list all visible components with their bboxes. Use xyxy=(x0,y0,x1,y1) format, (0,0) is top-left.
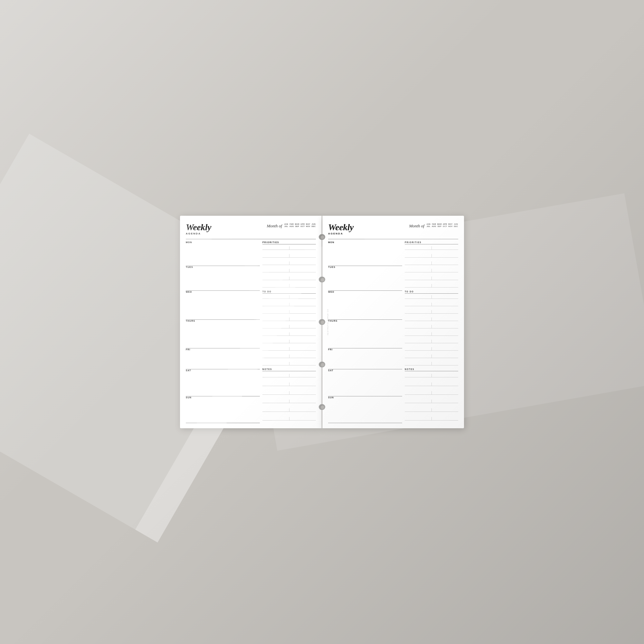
right-month-of: Month of xyxy=(409,223,424,229)
right-title-agenda: AGENDA xyxy=(328,232,354,235)
r-day-thurs: THURS xyxy=(328,320,402,349)
r-month-may: MAY xyxy=(448,223,453,225)
left-header: Weekly AGENDA Month of JAN FEB MAR APR M… xyxy=(186,223,316,236)
left-priorities-lines xyxy=(262,244,316,290)
r-notes-line-6 xyxy=(405,417,458,421)
r-notes-line-4 xyxy=(405,400,458,403)
day-thurs: THURS xyxy=(186,320,260,349)
left-page: Weekly AGENDA Month of JAN FEB MAR APR M… xyxy=(180,216,322,428)
left-notes-label: NOTES xyxy=(262,368,316,371)
r-todo-line-1 xyxy=(405,295,458,299)
day-wed-label: WED xyxy=(186,291,192,293)
day-sat-label: SAT xyxy=(186,369,191,372)
priorities-line-4 xyxy=(262,269,316,272)
notes-line-3 xyxy=(262,391,316,395)
r-month-sep: SEP xyxy=(437,225,442,227)
month-mar: MAR xyxy=(295,223,299,225)
r-month-jul: JUL xyxy=(426,225,431,227)
r-day-mon: MON xyxy=(328,241,402,266)
right-month-grid: JAN FEB MAR APR MAY JUN JUL AUG SEP OCT … xyxy=(426,223,458,227)
day-wed: WED xyxy=(186,291,260,320)
weekly-bold: Weekly xyxy=(186,222,211,232)
right-title-block: Weekly AGENDA xyxy=(328,223,354,235)
r-notes-line-5 xyxy=(405,408,458,412)
right-days-column: MON TUES WED THURS FRI SAT xyxy=(328,241,402,423)
notes-line-1 xyxy=(262,374,316,377)
notes-line-6 xyxy=(262,417,316,421)
left-priorities-label: PRIORITIES xyxy=(262,241,316,244)
left-todo-label: TO DO xyxy=(262,290,316,294)
r-todo-line-7 xyxy=(405,340,458,343)
day-thurs-label: THURS xyxy=(186,320,195,322)
r-priorities-line-4 xyxy=(405,269,458,272)
priorities-line-3 xyxy=(262,261,316,265)
right-priorities-lines xyxy=(405,244,458,290)
right-notes-label: NOTES xyxy=(405,368,458,371)
r-month-aug: AUG xyxy=(432,225,436,227)
left-todo-section: TO DO xyxy=(262,290,316,367)
right-right-column: PRIORITIES TO DO xyxy=(405,241,458,423)
right-notes-lines xyxy=(405,371,458,423)
day-mon-label: MON xyxy=(186,241,192,243)
left-todo-lines xyxy=(262,294,316,367)
r-day-thurs-label: THURS xyxy=(328,320,337,322)
todo-line-1 xyxy=(262,295,316,299)
right-notes-section: NOTES xyxy=(405,368,458,423)
notes-line-4 xyxy=(262,400,316,403)
month-jun: JUN xyxy=(311,223,316,225)
todo-line-3 xyxy=(262,310,316,314)
r-ring-5 xyxy=(319,404,325,410)
r-month-nov: NOV xyxy=(448,225,453,227)
left-notes-section: NOTES xyxy=(262,368,316,423)
r-priorities-line-3 xyxy=(405,261,458,265)
right-month-section: Month of JAN FEB MAR APR MAY JUN JUL AUG… xyxy=(409,223,459,229)
priorities-line-6 xyxy=(262,284,316,288)
todo-line-9 xyxy=(262,355,316,358)
day-sun-label: SUN xyxy=(186,396,192,399)
todo-line-10 xyxy=(262,362,316,365)
left-watermark: AESTHETIC PAPER CO xyxy=(327,309,329,335)
r-month-feb: FEB xyxy=(432,223,436,225)
month-feb: FEB xyxy=(289,223,294,225)
r-todo-line-10 xyxy=(405,362,458,365)
r-day-wed-label: WED xyxy=(328,291,334,293)
day-tues-label: TUES xyxy=(186,266,193,268)
r-todo-line-8 xyxy=(405,347,458,351)
left-title-agenda: AGENDA xyxy=(186,232,211,235)
r-day-mon-label: MON xyxy=(328,241,334,243)
right-priorities-section: PRIORITIES xyxy=(405,241,458,290)
todo-line-8 xyxy=(262,347,316,351)
r-day-sun-label: SUN xyxy=(328,396,334,399)
r-day-fri: FRI xyxy=(328,348,402,369)
priorities-line-1 xyxy=(262,246,316,250)
r-day-sat: SAT xyxy=(328,369,402,396)
month-sep: SEP xyxy=(295,225,299,227)
right-header: Weekly AGENDA Month of JAN FEB MAR APR M… xyxy=(328,223,458,236)
notes-line-2 xyxy=(262,383,316,386)
r-month-jan: JAN xyxy=(426,223,431,225)
right-header-divider xyxy=(328,239,458,239)
left-month-grid: JAN FEB MAR APR MAY JUN JUL AUG SEP OCT … xyxy=(284,223,316,227)
notes-line-5 xyxy=(262,408,316,412)
r-priorities-line-6 xyxy=(405,284,458,288)
month-aug: AUG xyxy=(289,225,294,227)
month-apr: APR xyxy=(300,223,305,225)
r-ring-3 xyxy=(319,319,325,325)
todo-line-6 xyxy=(262,332,316,336)
r-notes-line-2 xyxy=(405,383,458,386)
r-todo-line-3 xyxy=(405,310,458,314)
day-fri-label: FRI xyxy=(186,348,190,351)
todo-line-5 xyxy=(262,325,316,328)
left-right-column: PRIORITIES TO DO xyxy=(262,241,316,423)
r-day-sun: SUN xyxy=(328,396,402,423)
r-notes-line-3 xyxy=(405,391,458,395)
day-sun: SUN xyxy=(186,396,260,423)
left-days-column: MON TUES WED THURS FRI SAT xyxy=(186,241,260,423)
r-ring-4 xyxy=(319,362,325,367)
r-month-dec: DEC xyxy=(454,225,458,227)
r-priorities-line-5 xyxy=(405,277,458,280)
r-day-sat-label: SAT xyxy=(328,369,333,372)
pages-container: Weekly AGENDA Month of JAN FEB MAR APR M… xyxy=(180,216,464,428)
todo-line-7 xyxy=(262,340,316,343)
left-content: MON TUES WED THURS FRI SAT xyxy=(186,241,316,423)
